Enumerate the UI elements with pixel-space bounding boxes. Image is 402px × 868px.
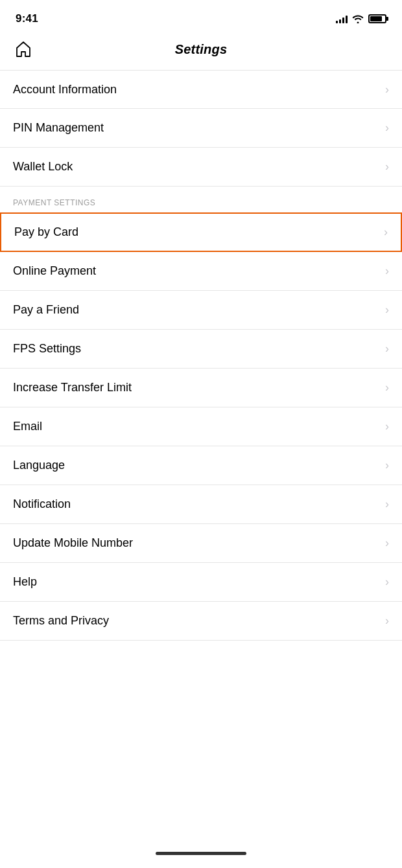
- signal-icon: [336, 14, 348, 23]
- chevron-right-icon: ›: [385, 536, 389, 550]
- chevron-right-icon: ›: [385, 497, 389, 511]
- menu-item-notification[interactable]: Notification ›: [0, 485, 402, 524]
- menu-item-label: FPS Settings: [13, 342, 81, 356]
- menu-item-label: Pay by Card: [14, 225, 78, 239]
- chevron-right-icon: ›: [385, 121, 389, 135]
- menu-item-label: Help: [13, 575, 37, 589]
- menu-item-language[interactable]: Language ›: [0, 446, 402, 485]
- chevron-right-icon: ›: [385, 160, 389, 174]
- general-menu-group: Account Information › PIN Management › W…: [0, 70, 402, 187]
- payment-settings-section-header: PAYMENT SETTINGS: [0, 187, 402, 212]
- menu-item-account-information[interactable]: Account Information ›: [0, 70, 402, 109]
- menu-container: Account Information › PIN Management › W…: [0, 70, 402, 641]
- chevron-right-icon: ›: [385, 83, 389, 97]
- menu-item-pin-management[interactable]: PIN Management ›: [0, 109, 402, 148]
- menu-item-label: Pay a Friend: [13, 303, 79, 317]
- menu-item-help[interactable]: Help ›: [0, 563, 402, 602]
- status-time: 9:41: [16, 12, 38, 25]
- home-indicator: [156, 852, 246, 855]
- menu-item-terms-and-privacy[interactable]: Terms and Privacy ›: [0, 602, 402, 641]
- payment-settings-menu-group: Pay by Card › Online Payment › Pay a Fri…: [0, 212, 402, 641]
- chevron-right-icon: ›: [385, 459, 389, 472]
- menu-item-label: Increase Transfer Limit: [13, 381, 132, 394]
- menu-item-pay-a-friend[interactable]: Pay a Friend ›: [0, 291, 402, 330]
- chevron-right-icon: ›: [385, 303, 389, 317]
- page-title: Settings: [175, 42, 228, 57]
- menu-item-fps-settings[interactable]: FPS Settings ›: [0, 330, 402, 369]
- chevron-right-icon: ›: [385, 420, 389, 433]
- wifi-icon: [352, 14, 364, 23]
- menu-item-label: Account Information: [13, 83, 117, 97]
- menu-item-label: Email: [13, 420, 42, 433]
- chevron-right-icon: ›: [385, 575, 389, 589]
- menu-item-label: PIN Management: [13, 121, 104, 135]
- battery-icon: [368, 14, 386, 23]
- menu-item-increase-transfer-limit[interactable]: Increase Transfer Limit ›: [0, 369, 402, 407]
- menu-item-label: Notification: [13, 497, 71, 511]
- menu-item-pay-by-card[interactable]: Pay by Card ›: [0, 212, 402, 252]
- chevron-right-icon: ›: [385, 342, 389, 356]
- status-bar: 9:41: [0, 0, 402, 32]
- chevron-right-icon: ›: [385, 614, 389, 628]
- menu-item-label: Online Payment: [13, 264, 96, 278]
- menu-item-email[interactable]: Email ›: [0, 407, 402, 446]
- page-header: Settings: [0, 32, 402, 70]
- menu-item-online-payment[interactable]: Online Payment ›: [0, 252, 402, 291]
- home-icon[interactable]: [13, 39, 34, 60]
- menu-item-label: Language: [13, 459, 65, 472]
- menu-item-label: Terms and Privacy: [13, 614, 109, 628]
- chevron-right-icon: ›: [385, 381, 389, 394]
- chevron-right-icon: ›: [384, 225, 388, 239]
- chevron-right-icon: ›: [385, 264, 389, 278]
- menu-item-update-mobile-number[interactable]: Update Mobile Number ›: [0, 524, 402, 563]
- menu-item-wallet-lock[interactable]: Wallet Lock ›: [0, 148, 402, 187]
- menu-item-label: Update Mobile Number: [13, 536, 133, 550]
- menu-item-label: Wallet Lock: [13, 160, 73, 174]
- status-icons: [336, 14, 386, 23]
